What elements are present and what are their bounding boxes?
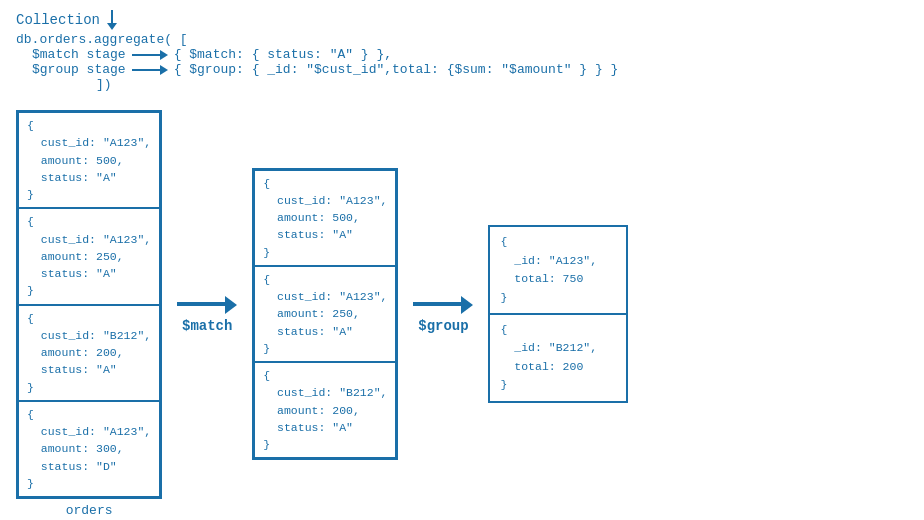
match-stage-arrow-block: $match — [162, 294, 252, 334]
result-doc: { _id: "B212", total: 200} — [490, 313, 626, 401]
group-label: $group — [418, 318, 468, 334]
match-big-arrow — [177, 294, 237, 314]
input-collection: { cust_id: "A123", amount: 500, status: … — [16, 110, 162, 518]
input-doc: { cust_id: "B212", amount: 200, status: … — [18, 305, 160, 401]
matched-doc: { cust_id: "B212", amount: 200, status: … — [254, 362, 396, 458]
matched-doc: { cust_id: "A123", amount: 500, status: … — [254, 170, 396, 266]
group-stage-line: $group stage { $group: { _id: "$cust_id"… — [32, 62, 908, 77]
group-stage-inline-arrow — [132, 63, 168, 77]
group-big-arrow — [413, 294, 473, 314]
match-stage-line: $match stage { $match: { status: "A" } }… — [32, 47, 908, 62]
match-stage-inline-arrow — [132, 48, 168, 62]
collection-name-label: orders — [66, 503, 113, 518]
matched-docs-container: { cust_id: "A123", amount: 500, status: … — [252, 168, 398, 461]
matched-doc: { cust_id: "A123", amount: 250, status: … — [254, 266, 396, 362]
input-doc: { cust_id: "A123", amount: 250, status: … — [18, 208, 160, 304]
match-stage-code: { $match: { status: "A" } }, — [174, 47, 392, 62]
collection-label: Collection — [16, 12, 100, 28]
input-docs-container: { cust_id: "A123", amount: 500, status: … — [16, 110, 162, 499]
result-doc: { _id: "A123", total: 750} — [490, 227, 626, 313]
pipeline-diagram: { cust_id: "A123", amount: 500, status: … — [16, 110, 908, 518]
collection-arrow-down — [106, 10, 118, 30]
group-stage-code: { $group: { _id: "$cust_id",total: {$sum… — [174, 62, 619, 77]
code-close: ]) — [96, 77, 908, 92]
match-label: $match — [182, 318, 232, 334]
result-collection: { _id: "A123", total: 750}{ _id: "B212",… — [488, 225, 628, 402]
matched-collection: { cust_id: "A123", amount: 500, status: … — [252, 168, 398, 461]
input-doc: { cust_id: "A123", amount: 300, status: … — [18, 401, 160, 497]
group-stage-keyword: $group stage — [32, 62, 126, 77]
match-stage-keyword: $match stage — [32, 47, 126, 62]
result-docs-container: { _id: "A123", total: 750}{ _id: "B212",… — [488, 225, 628, 402]
code-header: Collection db.orders.aggregate( [ $match… — [16, 10, 908, 92]
input-doc: { cust_id: "A123", amount: 500, status: … — [18, 112, 160, 208]
group-stage-arrow-block: $group — [398, 294, 488, 334]
code-line-1: db.orders.aggregate( [ — [16, 32, 908, 47]
